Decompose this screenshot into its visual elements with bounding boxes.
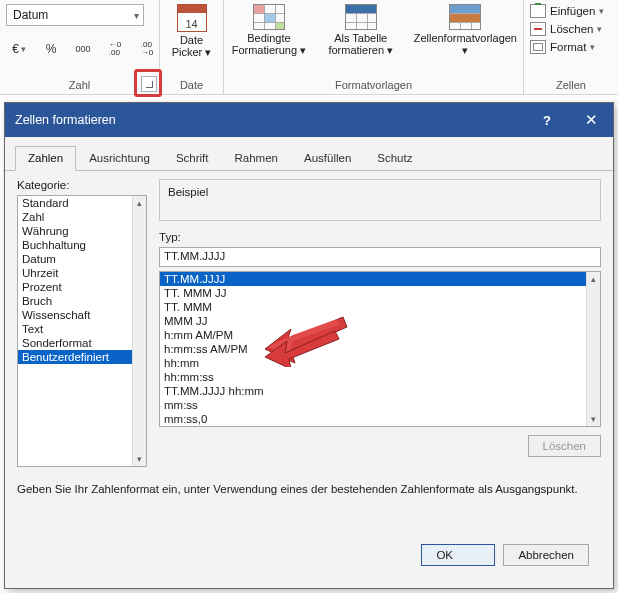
number-format-combo[interactable]: Datum ▾ — [6, 4, 144, 26]
tab-schrift[interactable]: Schrift — [163, 146, 222, 171]
preview-label: Beispiel — [168, 186, 592, 198]
close-button[interactable]: ✕ — [569, 103, 613, 137]
percent-button[interactable]: % — [38, 38, 64, 60]
increase-decimal-button[interactable]: ←0.00 — [102, 38, 128, 60]
thousands-button[interactable]: 000 — [70, 38, 96, 60]
tab-schutz[interactable]: Schutz — [364, 146, 425, 171]
format-cells-button[interactable]: Format ▾ — [530, 40, 612, 54]
format-item[interactable]: mm:ss,0 — [160, 412, 586, 426]
format-icon — [530, 40, 546, 54]
format-item[interactable]: @ — [160, 426, 586, 427]
format-item[interactable]: TT.MM.JJJJ hh:mm — [160, 384, 586, 398]
format-item[interactable]: TT. MMM — [160, 300, 586, 314]
cell-styles-label: Zellenformatvorlagen ▾ — [414, 32, 517, 56]
chevron-down-icon: ▾ — [590, 42, 595, 52]
tab-rahmen[interactable]: Rahmen — [222, 146, 291, 171]
category-item[interactable]: Uhrzeit — [18, 266, 132, 280]
format-item[interactable]: TT.MM.JJJJ — [160, 272, 586, 286]
number-format-combo-value: Datum — [13, 8, 48, 22]
scroll-down-icon: ▾ — [137, 452, 142, 466]
format-listbox[interactable]: TT.MM.JJJJTT. MMM JJTT. MMMMMM JJh:mm AM… — [159, 271, 601, 427]
table-icon — [345, 4, 377, 30]
chevron-down-icon: ▾ — [597, 24, 602, 34]
category-item[interactable]: Standard — [18, 196, 132, 210]
dialog-launcher-number[interactable] — [141, 76, 157, 92]
help-button[interactable]: ? — [525, 103, 569, 137]
ribbon: Datum ▾ € % 000 ←0.00 .00→0 Zahl 14 Date… — [0, 0, 618, 95]
conditional-formatting-icon — [253, 4, 285, 30]
category-item[interactable]: Buchhaltung — [18, 238, 132, 252]
type-label: Typ: — [159, 231, 601, 243]
tab-zahlen[interactable]: Zahlen — [15, 146, 76, 171]
delete-cells-button[interactable]: Löschen ▾ — [530, 22, 612, 36]
chevron-down-icon: ▾ — [134, 10, 139, 21]
format-as-table-label: Als Tabelle formatieren ▾ — [322, 32, 400, 56]
category-item[interactable]: Sonderformat — [18, 336, 132, 350]
format-item[interactable]: hh:mm — [160, 356, 586, 370]
delete-format-button[interactable]: Löschen — [528, 435, 601, 457]
ribbon-group-label-date: Date — [166, 77, 217, 94]
scroll-up-icon: ▴ — [591, 272, 596, 286]
type-input-value: TT.MM.JJJJ — [164, 250, 225, 262]
dialog-titlebar[interactable]: Zellen formatieren ? ✕ — [5, 103, 613, 137]
cancel-button[interactable]: Abbrechen — [503, 544, 589, 566]
category-item[interactable]: Zahl — [18, 210, 132, 224]
insert-cells-label: Einfügen — [550, 5, 595, 17]
category-listbox[interactable]: StandardZahlWährungBuchhaltungDatumUhrze… — [17, 195, 147, 467]
format-item[interactable]: h:mm:ss AM/PM — [160, 342, 586, 356]
hint-text: Geben Sie Ihr Zahlenformat ein, unter Ve… — [17, 483, 601, 495]
category-label: Kategorie: — [17, 179, 147, 191]
preview-box: Beispiel — [159, 179, 601, 221]
close-icon: ✕ — [585, 111, 598, 129]
delete-cells-label: Löschen — [550, 23, 593, 35]
calendar-icon: 14 — [177, 4, 207, 32]
format-as-table-button[interactable]: Als Tabelle formatieren ▾ — [322, 4, 400, 56]
ribbon-group-cells: Einfügen ▾ Löschen ▾ Format ▾ Zellen — [524, 0, 618, 94]
format-item[interactable]: hh:mm:ss — [160, 370, 586, 384]
scrollbar[interactable]: ▴ ▾ — [586, 272, 600, 426]
format-cells-label: Format — [550, 41, 586, 53]
category-item[interactable]: Bruch — [18, 294, 132, 308]
tab-ausrichtung[interactable]: Ausrichtung — [76, 146, 163, 171]
decrease-decimal-button[interactable]: .00→0 — [134, 38, 160, 60]
cell-styles-button[interactable]: Zellenformatvorlagen ▾ — [414, 4, 517, 56]
format-item[interactable]: TT. MMM JJ — [160, 286, 586, 300]
category-item[interactable]: Prozent — [18, 280, 132, 294]
scrollbar[interactable]: ▴ ▾ — [132, 196, 146, 466]
ok-button[interactable]: OK — [421, 544, 495, 566]
format-item[interactable]: mm:ss — [160, 398, 586, 412]
ribbon-group-date: 14 Date Picker ▾ Date — [160, 0, 224, 94]
format-cells-dialog: Zellen formatieren ? ✕ Zahlen Ausrichtun… — [4, 102, 614, 589]
category-item[interactable]: Benutzerdefiniert — [18, 350, 132, 364]
ribbon-group-label-cells: Zellen — [530, 77, 612, 94]
format-item[interactable]: h:mm AM/PM — [160, 328, 586, 342]
insert-cells-button[interactable]: Einfügen ▾ — [530, 4, 612, 18]
tab-ausfuellen[interactable]: Ausfüllen — [291, 146, 364, 171]
conditional-formatting-label: Bedingte Formatierung ▾ — [230, 32, 308, 56]
ribbon-group-label-styles: Formatvorlagen — [230, 77, 517, 94]
category-item[interactable]: Datum — [18, 252, 132, 266]
dialog-body: Kategorie: StandardZahlWährungBuchhaltun… — [5, 171, 613, 588]
category-item[interactable]: Wissenschaft — [18, 308, 132, 322]
cell-styles-icon — [449, 4, 481, 30]
ribbon-group-styles: Bedingte Formatierung ▾ Als Tabelle form… — [224, 0, 524, 94]
ribbon-group-label-number: Zahl — [6, 77, 153, 94]
delete-icon — [530, 22, 546, 36]
scroll-up-icon: ▴ — [137, 196, 142, 210]
type-input[interactable]: TT.MM.JJJJ — [159, 247, 601, 267]
dialog-title: Zellen formatieren — [15, 113, 116, 127]
dialog-tabs: Zahlen Ausrichtung Schrift Rahmen Ausfül… — [5, 137, 613, 171]
date-picker-button[interactable]: 14 Date Picker ▾ — [166, 4, 217, 58]
category-item[interactable]: Währung — [18, 224, 132, 238]
conditional-formatting-button[interactable]: Bedingte Formatierung ▾ — [230, 4, 308, 56]
currency-button[interactable]: € — [6, 38, 32, 60]
category-item[interactable]: Text — [18, 322, 132, 336]
date-picker-label: Date Picker ▾ — [166, 34, 217, 58]
chevron-down-icon: ▾ — [599, 6, 604, 16]
format-item[interactable]: MMM JJ — [160, 314, 586, 328]
insert-icon — [530, 4, 546, 18]
scroll-down-icon: ▾ — [591, 412, 596, 426]
ribbon-group-number: Datum ▾ € % 000 ←0.00 .00→0 Zahl — [0, 0, 160, 94]
